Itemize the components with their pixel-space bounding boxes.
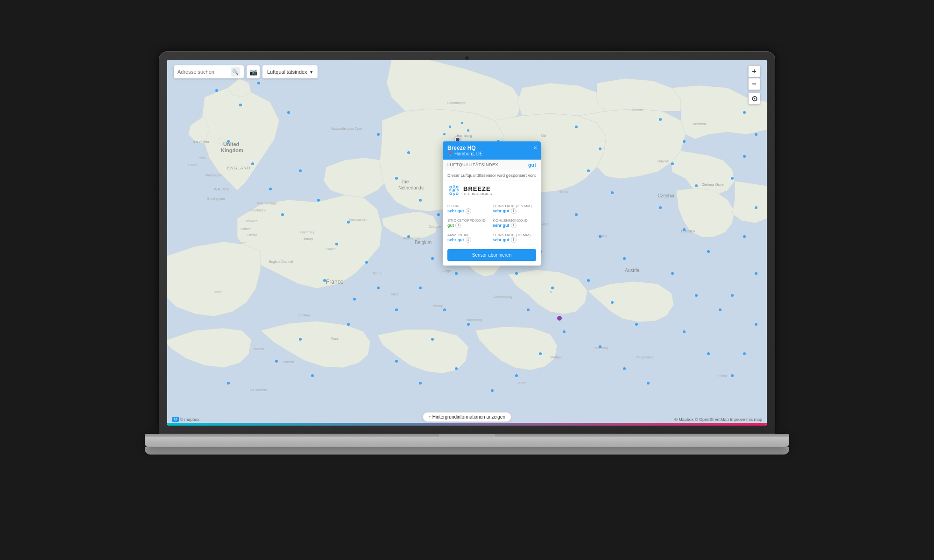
metric-ammoniak-label: AMMONIAK [447, 233, 491, 237]
svg-text:Nantes: Nantes [254, 347, 264, 350]
search-input[interactable] [177, 69, 229, 75]
metric-feinstaub25-label: FEINSTAUB (2.5 μm) [493, 204, 536, 208]
zoom-out-button[interactable]: − [748, 78, 760, 90]
svg-text:Zurich: Zurich [517, 381, 527, 385]
info-icon-feinstaub25[interactable]: ℹ [511, 208, 517, 214]
svg-text:Metz: Metz [391, 293, 399, 296]
svg-point-62 [453, 189, 455, 192]
svg-text:Newcastle upon Tyne: Newcastle upon Tyne [331, 127, 362, 131]
svg-text:York: York [199, 156, 205, 160]
svg-text:Netherlands: Netherlands [398, 185, 424, 190]
svg-text:The: The [401, 179, 409, 184]
svg-text:Zielona Gora: Zielona Gora [702, 182, 724, 187]
svg-text:Austria: Austria [625, 268, 640, 273]
popup-sponsored-text: Dieser Luftqualitätssensor wird gesponse… [443, 170, 541, 181]
breeze-brand-sub: TECHNOLOGIES [463, 192, 492, 196]
svg-text:Nürnberg: Nürnberg [594, 346, 608, 350]
svg-text:Praha: Praha [718, 374, 727, 378]
svg-line-70 [455, 191, 456, 193]
svg-text:Isle of Man: Isle of Man [193, 140, 209, 143]
svg-point-63 [450, 186, 452, 188]
bottom-gradient-bar [167, 423, 767, 426]
bottom-bar: M © mapbox ↑ Hintergrundinformationen an… [167, 415, 767, 426]
popup-location: Hamburg, DE [454, 151, 483, 156]
metric-ozon-label: OZON [447, 204, 491, 208]
search-button[interactable]: 🔍 [231, 67, 240, 77]
quality-dropdown[interactable]: Luftqualitätsindex ▾ [262, 65, 318, 78]
svg-text:Kingdom: Kingdom [221, 147, 243, 153]
metric-kohlenmonoxid-label: KOHLENMONOXID [493, 218, 536, 223]
svg-point-72 [453, 194, 455, 196]
info-icon-stickstoff[interactable]: ℹ [455, 223, 461, 228]
svg-text:Poitiers: Poitiers [283, 360, 294, 364]
laptop-screen: United Kingdom ENGLAND WALES Isle of Man… [167, 60, 767, 426]
breeze-logo-text-container: BREEZE TECHNOLOGIES [463, 185, 492, 196]
svg-text:ENGLAND: ENGLAND [227, 166, 251, 170]
svg-text:Leipzig: Leipzig [597, 234, 607, 238]
info-icon-ozon[interactable]: ℹ [466, 208, 471, 214]
camera-button[interactable]: 📷 [247, 65, 260, 78]
map-controls: + − ⊙ [748, 65, 760, 105]
popup-quality-row: LUFTQUALITÄTSINDEX gut [443, 160, 541, 170]
metric-stickstoff: STICKSTOFFDIOXID gut ℹ [447, 217, 491, 230]
popup-metrics: OZON sehr gut ℹ FEINSTAUB (2.5 μm) sehr … [443, 200, 541, 246]
svg-point-74 [457, 189, 459, 191]
osm-credit: © Mapbox © OpenStreetMap Improve this ma… [674, 417, 762, 422]
svg-point-66 [456, 193, 458, 195]
svg-text:Copenhagen: Copenhagen [447, 101, 466, 105]
svg-text:Strasbourg: Strasbourg [466, 318, 482, 322]
svg-point-71 [453, 186, 455, 188]
hintergrund-button[interactable]: ↑ Hintergrundinformationen anzeigen [423, 412, 511, 422]
svg-text:Le Mans: Le Mans [298, 314, 311, 317]
svg-text:Rostock: Rostock [693, 122, 707, 126]
svg-text:Cologne: Cologne [429, 225, 441, 229]
svg-text:London: London [241, 227, 251, 231]
metric-ozon: OZON sehr gut ℹ [447, 203, 491, 215]
popup-title: Breeze HQ [447, 145, 536, 151]
svg-text:WALES: WALES [214, 187, 229, 191]
svg-text:Norwich: Norwich [246, 219, 257, 223]
svg-text:Jersey: Jersey [304, 237, 313, 241]
svg-text:Luxembourg: Luxembourg [494, 295, 512, 299]
metric-feinstaub10: FEINSTAUB (10 μm) sehr gut ℹ [493, 231, 536, 244]
svg-text:Birmingham: Birmingham [207, 197, 225, 201]
svg-text:English Channel: English Channel [269, 260, 293, 264]
map-container: United Kingdom ENGLAND WALES Isle of Man… [167, 60, 767, 426]
svg-text:Berlin: Berlin [559, 190, 568, 193]
svg-text:France: France [326, 279, 344, 285]
popup-subtitle: 📍 Hamburg, DE [447, 151, 536, 156]
svg-text:Kiel: Kiel [541, 134, 546, 137]
breeze-logo-icon [447, 184, 460, 197]
svg-line-67 [452, 188, 453, 189]
svg-text:Cambridge: Cambridge [250, 209, 266, 212]
svg-text:Stuttgart: Stuttgart [550, 356, 563, 359]
metric-feinstaub10-value: sehr gut ℹ [493, 237, 536, 243]
svg-text:Hamburg: Hamburg [457, 133, 472, 138]
metric-stickstoff-label: STICKSTOFFDIOXID [447, 218, 491, 223]
svg-text:Oxford: Oxford [248, 233, 257, 237]
breeze-brand-name: BREEZE [463, 185, 492, 192]
svg-text:Tours: Tours [331, 337, 339, 340]
svg-text:Reims: Reims [373, 272, 382, 275]
svg-point-65 [450, 193, 452, 195]
svg-text:Guernsey: Guernsey [300, 231, 315, 234]
metric-ammoniak: AMMONIAK sehr gut ℹ [447, 231, 491, 244]
info-icon-feinstaub10[interactable]: ℹ [511, 237, 517, 243]
metric-kohlenmonoxid: KOHLENMONOXID sehr gut ℹ [493, 217, 536, 230]
popup-card: Breeze HQ 📍 Hamburg, DE × LUFTQUALITÄTSI… [443, 141, 541, 266]
popup-close-button[interactable]: × [533, 144, 537, 151]
info-icon-ammoniak[interactable]: ℹ [466, 237, 471, 243]
search-wrapper[interactable]: 🔍 [174, 65, 244, 78]
location-button[interactable]: ⊙ [748, 92, 760, 105]
quality-index-value: gut [528, 162, 536, 168]
metric-feinstaub25-value: sehr gut ℹ [493, 208, 536, 214]
svg-text:Hague: Hague [326, 247, 336, 251]
svg-text:La Rochelle: La Rochelle [250, 388, 268, 392]
svg-text:Liege: Liege [443, 269, 451, 273]
subscribe-button[interactable]: Sensor abonnieren [447, 249, 536, 261]
svg-text:Gdansk: Gdansk [658, 160, 669, 163]
laptop-base [145, 447, 789, 455]
svg-text:Nancy: Nancy [433, 304, 443, 308]
info-icon-kohlenmonoxid[interactable]: ℹ [511, 223, 517, 228]
zoom-in-button[interactable]: + [748, 65, 760, 77]
